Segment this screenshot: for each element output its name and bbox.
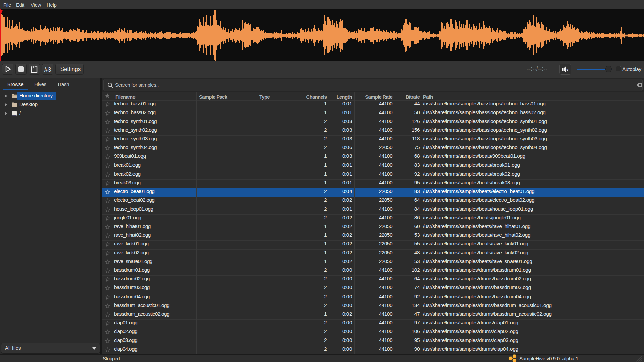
svg-text:x: x [566,67,569,72]
svg-text:A-B: A-B [44,66,51,73]
